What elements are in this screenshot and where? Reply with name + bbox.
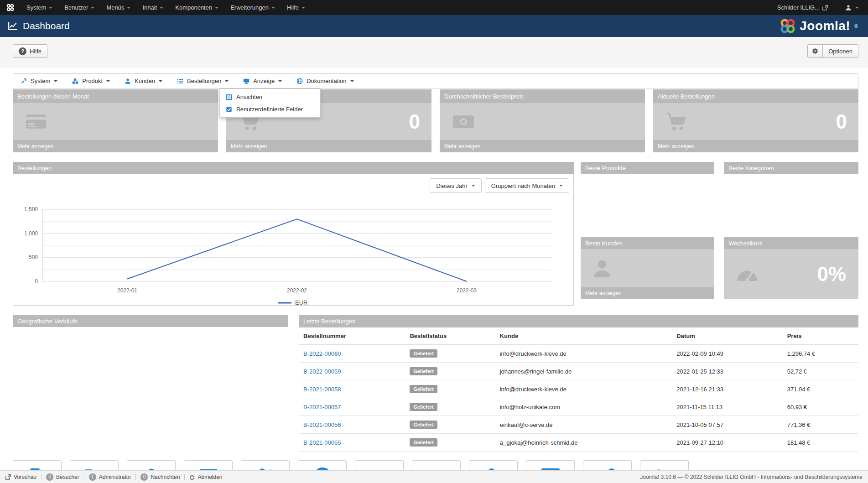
person-icon (845, 5, 852, 11)
admin-menu-menues[interactable]: Menüs (100, 0, 136, 15)
help-button[interactable]: ? Hilfe (13, 44, 47, 58)
stat-card-title: Aktuelle Bestellungen (653, 89, 858, 103)
admin-menu-system[interactable]: System (21, 0, 58, 15)
grouping-filter-button[interactable]: Gruppiert nach Monaten (485, 178, 569, 193)
options-gear-button[interactable] (807, 44, 823, 58)
messages-count-badge: 0 (140, 473, 148, 481)
date-cell: 2021-11-15 11:13 (672, 398, 782, 416)
money-icon (452, 115, 474, 129)
divider (184, 474, 185, 480)
chevron-down-icon (91, 7, 94, 9)
price-cell: 1.296,74 € (783, 345, 858, 363)
chevron-down-icon (215, 7, 218, 9)
admin-menu-label: Erweiterungen (230, 4, 269, 11)
menu-item-label: Bestellungen (187, 78, 221, 84)
admin-menu-label: Inhalt (142, 4, 157, 11)
anzeige-dropdown: Ansichten Benutzerdefinierte Felder (219, 88, 321, 118)
gear-icon (812, 48, 818, 54)
show-more-link[interactable]: Mehr anzeigen (653, 140, 858, 152)
order-number-link[interactable]: B-2022-00059 (303, 368, 341, 375)
menu-item-kunden[interactable]: Kunden (117, 74, 170, 88)
order-number-link[interactable]: B-2021-00055 (303, 439, 341, 446)
admin-menu-komponenten[interactable]: Komponenten (169, 0, 224, 15)
column-header-order-status: Bestellstatus (405, 327, 495, 345)
joomla-logo-icon[interactable] (0, 4, 21, 11)
menu-item-system[interactable]: System (13, 74, 65, 88)
status-badge: Geliefert (410, 403, 437, 411)
chevron-down-icon (159, 80, 162, 82)
chevron-down-icon (472, 185, 475, 187)
joomla-brand-text: Joomla! (800, 19, 850, 33)
admin-menu-hilfe[interactable]: Hilfe (281, 0, 311, 15)
menu-item-bestellungen[interactable]: Bestellungen (170, 74, 236, 88)
options-button-label: Optionen (828, 48, 852, 55)
menu-item-anzeige[interactable]: Anzeige (236, 74, 289, 88)
user-account-menu[interactable] (843, 5, 861, 11)
chevron-down-icon (49, 7, 52, 9)
geographic-sales-panel-title: Geografische Verkäufe (13, 315, 288, 327)
cubes-icon (72, 78, 78, 84)
dropdown-item-ansichten[interactable]: Ansichten (220, 91, 320, 103)
date-cell: 2021-12-16 21:33 (672, 380, 782, 398)
stat-card-value: 0 (409, 110, 420, 133)
site-preview-link[interactable]: Schilder ILLIG... (775, 4, 830, 11)
preview-link[interactable]: Vorschau (5, 474, 36, 480)
stat-card-orders-this-month: Bestellungen diesen Monat Mehr anzeigen (13, 89, 218, 152)
price-cell: 60,93 € (783, 398, 858, 416)
admin-menu-erweiterungen[interactable]: Erweiterungen (224, 0, 281, 15)
order-number-link[interactable]: B-2021-00056 (303, 421, 341, 428)
order-number-link[interactable]: B-2021-00058 (303, 386, 341, 393)
chevron-down-icon (271, 7, 275, 9)
admin-menu-inhalt[interactable]: Inhalt (136, 0, 169, 15)
orders-line-chart: 05001,0001,5002022-012022-022022-03EUR (13, 203, 570, 309)
best-customers-card: Beste Kunden Mehr anzeigen (581, 237, 714, 299)
menu-item-dokumentation[interactable]: Dokumentation (289, 74, 361, 88)
column-header-date: Datum (672, 327, 782, 345)
stat-card-body (13, 103, 218, 140)
panel-title: Bestellungen (13, 162, 574, 174)
menu-item-produkt[interactable]: Produkt (65, 74, 117, 88)
dropdown-item-label: Benutzerdefinierte Felder (236, 106, 303, 113)
date-cell: 2022-01-25 12:33 (672, 363, 782, 380)
exchange-rate-value: 0% (817, 263, 846, 286)
table-row: B-2021-00055 Geliefert a_gjokaj@heinrich… (299, 434, 858, 452)
svg-text:1,000: 1,000 (24, 230, 38, 237)
svg-text:2022-01: 2022-01 (117, 287, 137, 294)
show-more-link[interactable]: Mehr anzeigen (440, 140, 645, 152)
visitors-status[interactable]: 0 Besucher (46, 473, 79, 481)
admin-menu-label: Menüs (106, 4, 124, 11)
table-row: B-2021-00056 Geliefert einkauf@c-serve.d… (299, 416, 858, 434)
stat-card-value: 0 (836, 110, 847, 133)
admin-menu-label: Benutzer (64, 4, 88, 11)
panel-title: Wechselkurs (724, 237, 858, 249)
menu-item-label: Produkt (82, 78, 103, 84)
order-number-link[interactable]: B-2021-00057 (303, 404, 341, 410)
show-more-link[interactable]: Mehr anzeigen (13, 140, 218, 152)
registered-mark: ® (854, 24, 858, 29)
options-button[interactable]: Optionen (822, 44, 858, 58)
show-more-link[interactable]: Mehr anzeigen (581, 287, 714, 299)
table-row: B-2021-00058 Geliefert info@druckwerk-kl… (299, 380, 858, 398)
exchange-rate-body: 0% (724, 249, 858, 299)
stat-card-title: Durchschnittlicher Bestellpreis (440, 89, 645, 103)
external-link-icon (822, 5, 828, 10)
period-filter-button[interactable]: Dieses Jahr (430, 178, 482, 193)
logout-link[interactable]: Abmelden (189, 474, 222, 480)
dropdown-item-benutzerdefinierte-felder[interactable]: Benutzerdefinierte Felder (220, 103, 320, 115)
chevron-down-icon (559, 185, 563, 187)
svg-text:1,500: 1,500 (24, 206, 38, 213)
display-icon (243, 78, 249, 84)
order-number-link[interactable]: B-2022-00060 (303, 350, 341, 357)
chevron-down-icon (54, 80, 57, 82)
messages-status[interactable]: 0 Nachrichten (140, 473, 180, 481)
customer-cell: a_gjokaj@heinrich-schmid.de (495, 434, 672, 452)
status-badge: Geliefert (410, 438, 437, 447)
table-row: B-2022-00060 Geliefert info@druckwerk-kl… (299, 345, 858, 363)
admin-menu: System Benutzer Menüs Inhalt Komponenten… (21, 0, 311, 15)
messages-label: Nachrichten (151, 474, 180, 480)
admin-menu-benutzer[interactable]: Benutzer (58, 0, 100, 15)
globe-icon (296, 78, 303, 84)
table-row: B-2022-00059 Geliefert johannes@ringel-f… (299, 363, 858, 380)
show-more-link[interactable]: Mehr anzeigen (226, 140, 431, 152)
admins-status[interactable]: 1 Administrator (89, 473, 131, 481)
